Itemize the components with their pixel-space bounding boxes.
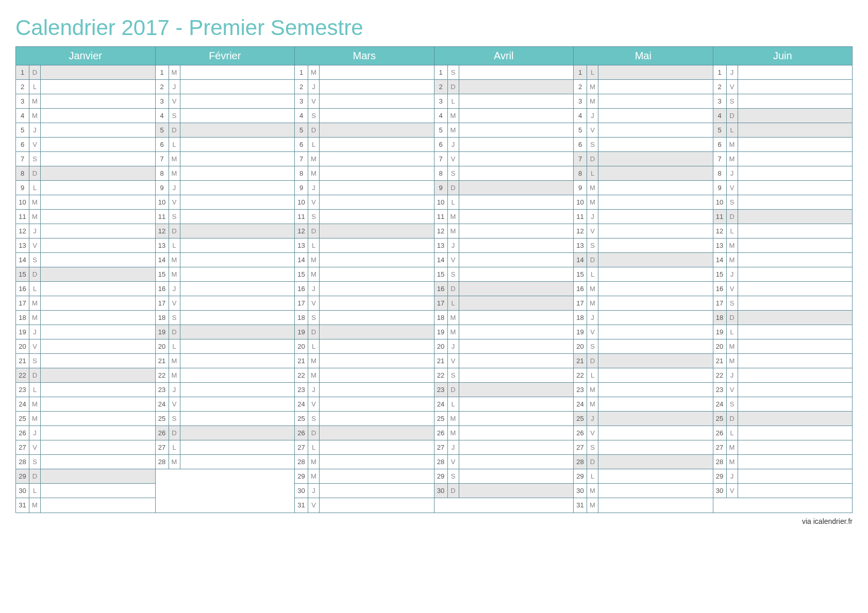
day-cell [180,195,295,209]
day-row: 11J [574,210,713,224]
day-cell [598,412,713,425]
day-number: 24 [295,397,308,411]
day-cell [598,383,713,397]
day-row: 2V [713,80,853,94]
day-cell [598,195,713,209]
day-row: 22L [574,368,713,383]
day-number: 2 [16,80,29,94]
day-weekday: M [29,296,41,310]
day-cell [41,224,155,238]
day-cell [320,455,434,469]
day-number: 4 [295,109,308,123]
month-header: Mai [574,47,713,65]
day-row: 31V [295,498,434,513]
day-number: 10 [713,195,727,209]
day-weekday: M [587,397,598,411]
day-weekday: S [29,354,41,368]
day-weekday: V [727,383,738,397]
day-row: 18D [713,311,853,325]
day-weekday: V [448,152,459,166]
day-weekday: M [587,80,598,94]
day-cell [180,166,295,180]
day-number: 2 [295,80,308,94]
day-cell [738,368,853,382]
day-weekday: M [169,267,180,281]
day-number: 12 [16,224,29,238]
day-number: 17 [295,296,308,310]
day-cell [320,123,434,137]
day-cell [41,325,155,339]
day-row: 30M [574,484,713,498]
day-weekday: M [587,181,598,195]
day-weekday: M [448,123,459,137]
day-weekday: S [727,94,738,108]
day-weekday: V [29,138,41,151]
day-row: 4S [295,109,434,123]
day-cell [598,354,713,368]
day-cell [738,339,853,353]
day-number: 24 [16,397,29,411]
day-cell [41,311,155,325]
day-cell [320,325,434,339]
day-number: 1 [16,65,29,79]
day-cell [41,65,155,79]
day-row: 11D [713,210,853,224]
day-cell [459,440,574,454]
day-number: 2 [713,80,727,94]
day-cell [41,181,155,195]
day-weekday: L [169,339,180,353]
day-weekday: V [587,224,598,238]
day-weekday: J [308,484,320,498]
day-number: 28 [16,455,29,469]
day-row: 16L [16,282,155,296]
day-weekday: S [448,267,459,281]
day-cell [180,109,295,123]
day-cell [320,397,434,411]
day-weekday: M [587,195,598,209]
day-number: 5 [295,123,308,137]
day-row: 26V [574,426,713,440]
day-number: 23 [435,383,448,397]
day-cell [598,282,713,296]
day-row: 13V [16,239,155,253]
day-row: 4M [16,109,155,123]
day-row: 20M [713,339,853,354]
day-weekday: D [587,354,598,368]
calendar-grid: Janvier1D2L3M4M5J6V7S8D9L10M11M12J13V14S… [15,46,853,513]
day-number: 22 [16,368,29,382]
day-weekday: J [727,368,738,382]
day-number: 27 [156,440,169,454]
day-weekday: M [587,282,598,296]
day-row: 10M [16,195,155,210]
day-weekday: J [29,426,41,440]
day-number: 7 [156,152,169,166]
day-cell [41,383,155,397]
day-number: 6 [156,138,169,151]
day-weekday: J [727,65,738,79]
day-number: 16 [435,282,448,296]
day-number: 3 [16,94,29,108]
day-number: 20 [574,339,587,353]
day-row: 4S [156,109,295,123]
day-cell [459,181,574,195]
day-row: 24V [156,397,295,412]
day-cell [320,181,434,195]
day-weekday: D [29,65,41,79]
day-cell [738,455,853,469]
day-weekday: M [169,152,180,166]
day-weekday: L [727,123,738,137]
day-weekday: D [448,80,459,94]
day-cell [180,123,295,137]
day-number: 30 [295,484,308,498]
day-row: 28M [713,455,853,469]
day-row: 23J [156,383,295,397]
day-weekday: L [727,325,738,339]
day-row: 14M [156,253,295,267]
day-weekday: M [448,311,459,325]
day-weekday: J [587,412,598,425]
day-number: 5 [156,123,169,137]
day-weekday: M [587,498,598,513]
day-row: 20V [16,339,155,354]
day-number: 5 [713,123,727,137]
day-row: 11M [16,210,155,224]
